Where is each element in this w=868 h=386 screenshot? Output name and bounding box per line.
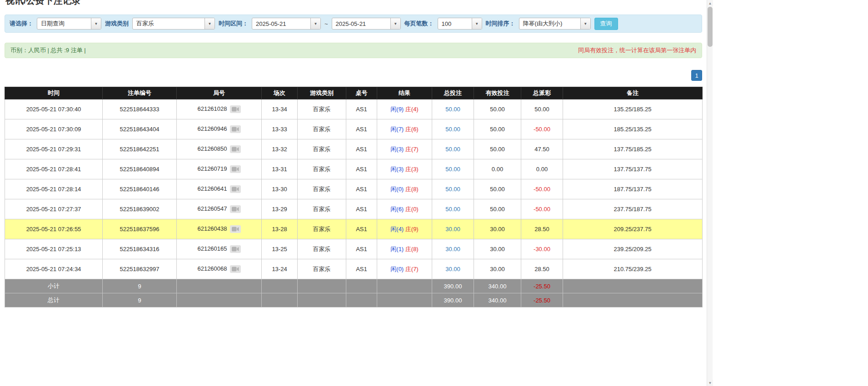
date-from-select[interactable]: 2025-05-21 ▼ [252, 18, 321, 30]
bet-id-cell: 522518640894 [103, 159, 177, 179]
session-cell: 13-33 [262, 119, 298, 139]
player-result: 闲(6) [390, 206, 404, 213]
total-bet-link[interactable]: 30.00 [445, 246, 460, 252]
total-bet-cell: 50.00 [432, 159, 474, 179]
player-result: 闲(1) [390, 246, 404, 252]
column-header: 时间 [5, 87, 103, 99]
date-to-select[interactable]: 2025-05-21 ▼ [332, 18, 401, 30]
column-header: 结果 [377, 87, 432, 99]
round-number: 621261028 [197, 105, 227, 112]
range-separator: ~ [324, 20, 328, 27]
page-1-button[interactable]: 1 [691, 70, 702, 81]
time-sort-select[interactable]: 降幂(由大到小) ▼ [519, 18, 591, 30]
time-cell: 2025-05-21 07:25:13 [5, 239, 103, 259]
chevron-down-icon[interactable]: ▼ [580, 18, 590, 29]
result-cell: 闲(9) 庄(4) [377, 99, 432, 119]
game-type-select[interactable]: 百家乐 ▼ [132, 18, 215, 30]
banker-result: 庄(0) [405, 206, 419, 213]
player-result: 闲(3) [390, 146, 404, 153]
total-bet-link[interactable]: 50.00 [445, 206, 460, 213]
query-type-value: 日期查询 [37, 18, 91, 29]
time-cell: 2025-05-21 07:28:41 [5, 159, 103, 179]
footer-valid-bet: 340.00 [474, 279, 521, 293]
video-icon[interactable] [230, 225, 241, 233]
total-bet-cell: 50.00 [432, 179, 474, 199]
query-type-select[interactable]: 日期查询 ▼ [37, 18, 101, 30]
total-bet-link[interactable]: 30.00 [445, 266, 460, 272]
player-result: 闲(4) [390, 226, 404, 233]
footer-valid-bet: 340.00 [474, 293, 521, 307]
note-cell: 137.75/137.75 [563, 159, 703, 179]
round-number: 621260850 [197, 145, 227, 152]
table-row: 2025-05-21 07:28:14522518640146621260641… [5, 179, 703, 199]
scroll-up-icon[interactable]: ▲ [707, 0, 713, 6]
table-no-cell: AS1 [346, 259, 377, 279]
total-bet-link[interactable]: 50.00 [445, 166, 460, 173]
video-icon[interactable] [230, 165, 241, 173]
scrollbar[interactable]: ▲ ▼ [707, 0, 713, 307]
chevron-down-icon[interactable]: ▼ [91, 18, 101, 29]
total-bet-link[interactable]: 50.00 [445, 126, 460, 133]
total-bet-link[interactable]: 50.00 [445, 146, 460, 153]
query-type-label: 请选择： [10, 20, 33, 28]
total-bet-link[interactable]: 30.00 [445, 226, 460, 233]
table-no-cell: AS1 [346, 199, 377, 219]
video-icon[interactable] [230, 205, 241, 213]
round-cell: 621260547 [177, 199, 262, 219]
banker-result: 庄(8) [405, 186, 419, 193]
result-cell: 闲(7) 庄(6) [377, 119, 432, 139]
round-cell: 621260438 [177, 219, 262, 239]
bet-id-cell: 522518639002 [103, 199, 177, 219]
valid-bet-cell: 0.00 [474, 159, 521, 179]
round-cell: 621260165 [177, 239, 262, 259]
video-icon[interactable] [230, 145, 241, 153]
chevron-down-icon[interactable]: ▼ [205, 18, 215, 29]
time-cell: 2025-05-21 07:24:34 [5, 259, 103, 279]
summary-bar: 币别：人民币 | 总共 :9 注单 | 同局有效投注，统一计算在该局第一张注单内 [5, 43, 702, 58]
valid-bet-cell: 50.00 [474, 199, 521, 219]
chevron-down-icon[interactable]: ▼ [472, 18, 482, 29]
footer-label: 总计 [5, 293, 103, 307]
session-cell: 13-31 [262, 159, 298, 179]
payout-cell: 28.50 [521, 259, 563, 279]
video-icon[interactable] [230, 185, 241, 193]
video-icon[interactable] [230, 245, 241, 253]
column-header: 局号 [177, 87, 262, 99]
round-number: 621260165 [197, 245, 227, 252]
table-row: 2025-05-21 07:30:09522518643404621260946… [5, 119, 703, 139]
total-bet-link[interactable]: 50.00 [445, 106, 460, 113]
currency-total-text: 币别：人民币 | 总共 :9 注单 | [10, 46, 86, 54]
bet-id-cell: 522518637596 [103, 219, 177, 239]
chevron-down-icon[interactable]: ▼ [390, 18, 400, 29]
note-cell: 209.25/237.75 [563, 219, 703, 239]
chevron-down-icon[interactable]: ▼ [310, 18, 320, 29]
note-cell: 239.25/209.25 [563, 239, 703, 259]
valid-bet-cell: 50.00 [474, 139, 521, 159]
session-cell: 13-30 [262, 179, 298, 199]
payout-cell: -50.00 [521, 119, 563, 139]
scrollbar-thumb[interactable] [708, 7, 713, 47]
video-icon[interactable] [230, 105, 241, 113]
time-cell: 2025-05-21 07:26:55 [5, 219, 103, 239]
banker-result: 庄(3) [405, 166, 419, 173]
session-cell: 13-32 [262, 139, 298, 159]
betting-records-page: 视讯/公费下注记录 请选择： 日期查询 ▼ 游戏类别 百家乐 ▼ 时间区间： 2… [0, 0, 707, 307]
total-bet-link[interactable]: 50.00 [445, 186, 460, 193]
total-bet-cell: 30.00 [432, 219, 474, 239]
total-bet-cell: 50.00 [432, 99, 474, 119]
search-button[interactable]: 查询 [594, 18, 618, 30]
result-cell: 闲(3) 庄(3) [377, 159, 432, 179]
per-page-select[interactable]: 100 ▼ [438, 18, 482, 30]
column-header: 场次 [262, 87, 298, 99]
round-number: 621260946 [197, 125, 227, 132]
video-icon[interactable] [230, 125, 241, 133]
video-icon[interactable] [230, 265, 241, 273]
banker-result: 庄(7) [405, 266, 419, 272]
result-cell: 闲(1) 庄(8) [377, 239, 432, 259]
subtotal-row: 小计9390.00340.00-25.50 [5, 279, 703, 293]
footer-label: 小计 [5, 279, 103, 293]
payout-cell: 50.00 [521, 99, 563, 119]
bet-id-cell: 522518643404 [103, 119, 177, 139]
result-cell: 闲(6) 庄(0) [377, 199, 432, 219]
time-cell: 2025-05-21 07:30:09 [5, 119, 103, 139]
